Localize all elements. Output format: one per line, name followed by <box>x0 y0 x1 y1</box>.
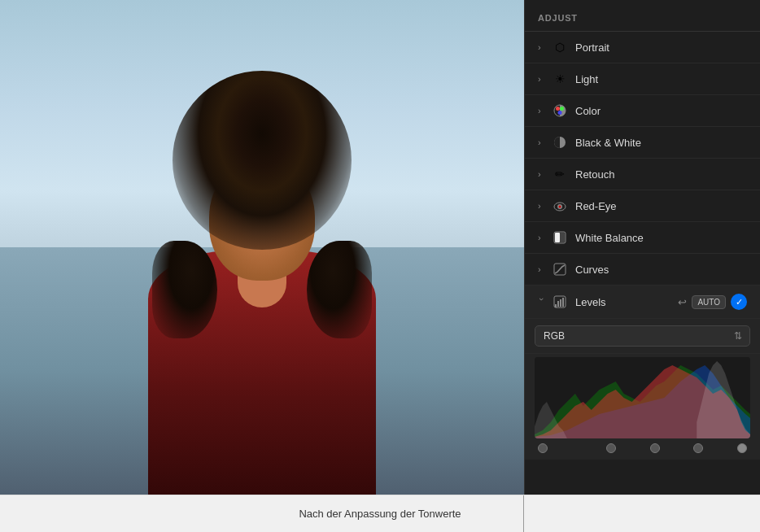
adjust-item-retouch[interactable]: › ✏ Retouch <box>525 159 760 190</box>
chevron-icon-retouch: › <box>538 169 546 179</box>
redeye-label: Red-Eye <box>575 200 747 212</box>
histogram-container <box>525 354 760 460</box>
caption-line <box>523 495 524 532</box>
adjust-item-redeye[interactable]: › Red-Eye <box>525 190 760 222</box>
hist-handle-highlight[interactable] <box>693 443 703 453</box>
bw-icon <box>553 135 567 150</box>
redeye-icon <box>553 198 567 213</box>
svg-rect-16 <box>562 298 564 307</box>
chevron-icon-color: › <box>538 106 546 116</box>
color-icon <box>553 103 567 118</box>
adjust-title: ADJUST <box>538 13 578 23</box>
bw-label: Black & White <box>575 137 747 149</box>
check-icon: ✓ <box>736 297 743 307</box>
color-label: Color <box>575 105 747 117</box>
chevron-icon-redeye: › <box>538 201 546 211</box>
chevron-icon-bw: › <box>538 137 546 147</box>
svg-point-7 <box>559 206 561 208</box>
levels-header[interactable]: › Levels ↩ AUTO <box>525 286 760 319</box>
chevron-icon-wb: › <box>538 233 546 242</box>
adjust-item-light[interactable]: › ☀ Light <box>525 63 760 95</box>
histogram-svg <box>535 357 750 438</box>
wb-icon <box>553 230 567 245</box>
chevron-icon-light: › <box>538 74 546 84</box>
adjust-item-bw[interactable]: › Black & White <box>525 127 760 159</box>
person-hair <box>173 71 352 250</box>
hist-handle-white[interactable] <box>737 443 747 453</box>
levels-controls: ↩ AUTO ✓ <box>678 294 747 310</box>
retouch-icon: ✏ <box>553 167 567 181</box>
adjust-item-curves[interactable]: › Curves <box>525 254 760 286</box>
rgb-select-container: RGB Red Green Blue Luminance <box>525 319 760 354</box>
auto-button[interactable]: AUTO <box>692 295 726 309</box>
histogram-controls <box>535 438 750 453</box>
retouch-label: Retouch <box>575 168 747 181</box>
svg-rect-13 <box>555 304 557 307</box>
chevron-icon-portrait: › <box>538 42 546 52</box>
hist-handle-black[interactable] <box>538 443 548 453</box>
histogram <box>535 357 750 438</box>
undo-icon[interactable]: ↩ <box>678 296 687 308</box>
rgb-select[interactable]: RGB Red Green Blue Luminance <box>535 325 750 347</box>
adjust-item-color[interactable]: › Color <box>525 95 760 127</box>
svg-point-2 <box>560 107 564 111</box>
photo-panel <box>0 0 524 495</box>
curves-icon <box>553 262 567 277</box>
svg-rect-10 <box>560 233 565 242</box>
svg-rect-15 <box>560 299 561 307</box>
main-area: ADJUST › ⬡ Portrait › ☀ Light › <box>0 0 760 495</box>
adjust-header: ADJUST <box>525 0 760 32</box>
svg-rect-9 <box>555 233 560 242</box>
bottom-bar: Nach der Anpassung der Tonwerte <box>0 495 760 532</box>
adjust-item-portrait[interactable]: › ⬡ Portrait <box>525 32 760 63</box>
hist-handle-mid[interactable] <box>650 443 660 453</box>
light-label: Light <box>575 73 747 85</box>
chevron-icon-curves: › <box>538 264 546 274</box>
wb-label: White Balance <box>575 232 747 244</box>
svg-point-3 <box>558 111 562 115</box>
adjust-panel: ADJUST › ⬡ Portrait › ☀ Light › <box>524 0 760 495</box>
rgb-select-wrapper[interactable]: RGB Red Green Blue Luminance <box>535 325 750 347</box>
adjust-list: › ⬡ Portrait › ☀ Light › <box>525 32 760 495</box>
curves-label: Curves <box>575 264 747 276</box>
levels-icon <box>553 294 567 309</box>
photo-canvas <box>0 0 524 495</box>
svg-point-1 <box>556 107 560 111</box>
portrait-icon: ⬡ <box>553 40 567 55</box>
person-layer <box>124 50 400 495</box>
adjust-item-wb[interactable]: › White Balance <box>525 222 760 254</box>
svg-rect-14 <box>557 301 559 307</box>
levels-section: › Levels ↩ AUTO <box>525 286 760 460</box>
portrait-label: Portrait <box>575 41 747 54</box>
levels-label: Levels <box>575 296 678 308</box>
person-hair-side-right <box>307 241 372 338</box>
person-hair-side-left <box>152 241 217 338</box>
caption-text: Nach der Anpassung der Tonwerte <box>299 508 461 520</box>
check-button[interactable]: ✓ <box>731 294 747 310</box>
chevron-icon-levels: › <box>537 298 547 306</box>
light-icon: ☀ <box>553 72 567 86</box>
hist-handle-shadow[interactable] <box>606 443 616 453</box>
